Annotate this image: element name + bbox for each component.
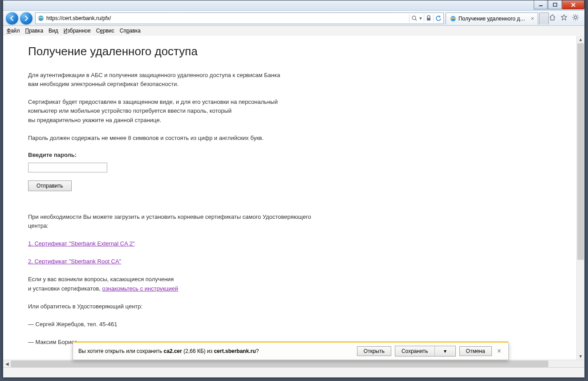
paragraph: Для аутентификации в АБС и получения защ… (28, 71, 577, 89)
scroll-thumb[interactable] (577, 43, 584, 260)
dropdown-icon[interactable]: ▾ (419, 15, 422, 21)
page-content: Получение удаленного доступа Для аутенти… (3, 36, 577, 360)
browser-navbar: https://cert.sberbank.ru/pfx/ ▾ Получени… (3, 11, 584, 26)
download-open-button[interactable]: Открыть (357, 346, 391, 356)
menu-edit[interactable]: Правка (25, 28, 44, 34)
window-titlebar (3, 0, 584, 11)
svg-point-6 (574, 16, 577, 19)
tools-icon[interactable] (572, 14, 579, 22)
home-icon[interactable] (549, 14, 556, 22)
menu-bar: Файл Правка Вид Избранное Сервис Справка (3, 26, 584, 36)
svg-rect-1 (553, 3, 557, 6)
paragraph: При необходимости Вы можете загрузить и … (28, 213, 577, 230)
contact-line: — Сергей Жеребцов, тел. 45-461 (28, 320, 577, 329)
scroll-up-icon[interactable]: ▲ (577, 36, 584, 43)
paragraph: Пароль должен содержать не менее 8 симво… (28, 134, 577, 143)
back-button[interactable] (6, 12, 18, 25)
window-minimize-button[interactable] (534, 0, 547, 9)
browser-window: https://cert.sberbank.ru/pfx/ ▾ Получени… (3, 0, 585, 378)
submit-button[interactable]: Отправить (28, 180, 72, 191)
download-message: Вы хотите открыть или сохранить ca2.cer … (78, 348, 353, 354)
chevron-down-icon[interactable]: ▾ (434, 346, 455, 356)
download-cancel-button[interactable]: Отмена (459, 346, 492, 356)
paragraph: Сертификат будет предоставлен в защищенн… (28, 98, 577, 124)
window-close-button[interactable] (562, 0, 584, 9)
refresh-icon[interactable] (435, 15, 442, 21)
scroll-left-icon[interactable]: ◀ (3, 360, 11, 368)
tab-close-icon[interactable]: × (531, 15, 534, 22)
svg-rect-4 (427, 18, 430, 20)
cert-link-1[interactable]: 1. Сертификат "Sberbank External CA 2" (28, 240, 135, 247)
paragraph: Или обратитесь в Удостоверяющий центр: (28, 302, 577, 311)
scroll-thumb[interactable] (11, 361, 548, 367)
cert-link-2[interactable]: 2. Сертификат "Sberbank Root CA" (28, 258, 121, 265)
viewport: Получение удаленного доступа Для аутенти… (3, 36, 584, 368)
ie-icon (37, 15, 45, 22)
paragraph: Если у вас возникли вопросы, касающиеся … (28, 275, 577, 293)
favorites-icon[interactable] (560, 14, 568, 22)
tab-title: Получение удаленного до... (458, 16, 527, 22)
svg-point-3 (412, 16, 416, 20)
instruction-link[interactable]: ознакомьтесь с инструкцией (102, 285, 178, 292)
page-title: Получение удаленного доступа (28, 45, 577, 58)
vertical-scrollbar[interactable]: ▲ ▼ (576, 36, 584, 360)
lock-icon (426, 15, 431, 21)
menu-view[interactable]: Вид (49, 28, 58, 34)
status-bar (3, 367, 584, 377)
address-bar[interactable]: https://cert.sberbank.ru/pfx/ ▾ (35, 12, 444, 24)
download-bar: Вы хотите открыть или сохранить ca2.cer … (73, 342, 509, 360)
menu-tools[interactable]: Сервис (96, 28, 114, 34)
password-input[interactable] (28, 163, 107, 172)
download-save-button[interactable]: Сохранить▾ (395, 346, 456, 356)
search-icon[interactable] (411, 15, 418, 21)
ie-icon (450, 15, 457, 22)
scroll-corner (577, 360, 584, 368)
menu-help[interactable]: Справка (120, 28, 141, 34)
new-tab-button[interactable] (539, 12, 549, 25)
tab-strip: Получение удаленного до... × (446, 12, 549, 25)
password-label: Введите пароль: (28, 152, 577, 158)
svg-rect-0 (539, 5, 543, 6)
download-close-icon[interactable]: × (495, 347, 503, 355)
window-maximize-button[interactable] (548, 0, 562, 9)
tab-active[interactable]: Получение удаленного до... × (446, 12, 538, 25)
url-text: https://cert.sberbank.ru/pfx/ (46, 15, 407, 21)
menu-favorites[interactable]: Избранное (64, 28, 91, 34)
horizontal-scrollbar[interactable]: ◀ ▶ (3, 360, 584, 368)
forward-button[interactable] (20, 12, 32, 25)
scroll-down-icon[interactable]: ▼ (577, 352, 584, 360)
menu-file[interactable]: Файл (7, 28, 20, 34)
